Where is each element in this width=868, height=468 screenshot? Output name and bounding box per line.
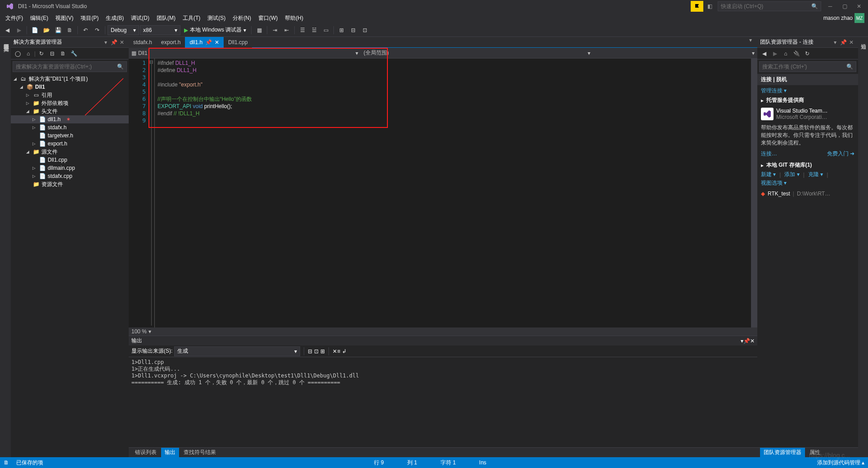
code-editor[interactable]: 123456789 ⊟ #ifndef DLL1_H#define DLL1_H… [129, 59, 757, 327]
tree-file[interactable]: ▷📄stdafx.cpp [11, 172, 129, 180]
tool-icon[interactable]: ⊟ [348, 25, 359, 36]
menu-item[interactable]: 文件(F) [2, 13, 27, 23]
quick-launch-input[interactable] [721, 3, 811, 9]
tab-output[interactable]: 输出 [161, 448, 179, 457]
editor-scrollbar[interactable] [751, 59, 757, 327]
plug-icon[interactable]: 🔌 [792, 49, 801, 59]
tool-icon[interactable]: ⊡ [314, 348, 319, 354]
save-all-icon[interactable]: 🗎 [64, 25, 75, 36]
te-connect-section[interactable]: 连接 | 脱机 [757, 74, 858, 85]
collapse-icon[interactable]: ⊟ [47, 49, 57, 59]
document-tab[interactable]: dll1.h📌✕ [185, 37, 224, 48]
tab-dropdown-icon[interactable]: ▾ [749, 37, 757, 47]
tool-icon[interactable]: ☱ [309, 25, 319, 36]
menu-item[interactable]: 团队(M) [153, 13, 179, 23]
manage-connections-link[interactable]: 管理连接 ▾ [761, 87, 787, 95]
close-tab-icon[interactable]: ✕ [215, 39, 219, 45]
scope-combo-right[interactable]: (全局范围)▾ [361, 49, 593, 57]
tool-icon[interactable]: ⊡ [360, 25, 370, 36]
menu-item[interactable]: 测试(S) [204, 13, 229, 23]
tree-project[interactable]: ◢📦Dll1 [11, 83, 129, 91]
tab-find-symbol[interactable]: 查找符号结果 [180, 448, 220, 457]
document-tab[interactable]: stdafx.h [129, 37, 157, 48]
open-icon[interactable]: 📂 [41, 25, 52, 36]
left-side-strip[interactable]: 服务器资源管理器工具箱 [0, 37, 11, 457]
show-all-icon[interactable]: 🗎 [58, 49, 68, 59]
tree-headers[interactable]: ◢📁头文件 [11, 107, 129, 115]
user-name[interactable]: mason zhao [823, 15, 853, 21]
tree-file[interactable]: ▷📄export.h [11, 140, 129, 148]
status-scm[interactable]: 添加到源代码管理 ▴ [817, 459, 864, 467]
nav-back-icon[interactable]: ◀ [2, 25, 13, 36]
wrap-icon[interactable]: ↲ [342, 348, 346, 354]
document-tab[interactable]: Dll1.cpp [224, 37, 252, 48]
home-icon[interactable]: ⌂ [23, 49, 33, 59]
tree-resources[interactable]: 📁资源文件 [11, 180, 129, 188]
redo-icon[interactable]: ↷ [92, 25, 103, 36]
clear-icon[interactable]: ✕≡ [333, 348, 340, 354]
team-search-input[interactable] [762, 64, 846, 70]
feedback-icon[interactable]: ◧ [703, 1, 716, 12]
tree-file[interactable]: ▷📄dllmain.cpp [11, 164, 129, 172]
repo-name[interactable]: RTK_test [768, 191, 790, 197]
free-start-link[interactable]: 免费入门 ➜ [827, 150, 855, 158]
properties-icon[interactable]: 🔧 [69, 49, 79, 59]
close-button[interactable]: ✕ [852, 1, 866, 12]
tool-icon[interactable]: ▭ [320, 25, 331, 36]
panel-dropdown-icon[interactable]: ▾ [102, 38, 110, 46]
zoom-level[interactable]: 100 % [131, 328, 147, 335]
connect-link[interactable]: 连接… [761, 150, 777, 158]
maximize-button[interactable]: ▢ [837, 1, 852, 12]
menu-item[interactable]: 视图(V) [52, 13, 77, 23]
output-text[interactable]: 1>Dll1.cpp 1>正在生成代码... 1>Dll1.vcxproj ->… [129, 357, 757, 447]
menu-item[interactable]: 生成(B) [102, 13, 127, 23]
tool-icon[interactable]: ⇤ [281, 25, 292, 36]
save-icon[interactable]: 💾 [53, 25, 63, 36]
menu-item[interactable]: 工具(T) [179, 13, 204, 23]
tool-icon[interactable]: ▦ [254, 25, 265, 36]
tree-sources[interactable]: ◢📁源文件 [11, 148, 129, 156]
menu-item[interactable]: 窗口(W) [255, 13, 281, 23]
tree-solution-root[interactable]: ◢🗂解决方案"Dll1"(1 个项目) [11, 75, 129, 83]
solution-search[interactable]: 🔍 [13, 61, 127, 72]
solution-tree[interactable]: ◢🗂解决方案"Dll1"(1 个项目) ◢📦Dll1 ▷▭引用 ▷📁外部依赖项 … [11, 74, 129, 457]
scope-combo-left[interactable]: ▦ Dll1▾ [129, 50, 361, 56]
tab-team-explorer[interactable]: 团队资源管理器 [760, 448, 805, 457]
tool-icon[interactable]: ⊟ [308, 348, 312, 354]
new-project-icon[interactable]: 📄 [29, 25, 40, 36]
tab-properties[interactable]: 属性 [806, 448, 824, 457]
tool-icon[interactable]: ⇥ [270, 25, 280, 36]
pin-icon[interactable]: 📌 [110, 38, 118, 46]
tree-file[interactable]: 📄Dll1.cpp [11, 156, 129, 164]
pin-icon[interactable]: 📌 [205, 39, 212, 45]
hosted-provider-header[interactable]: 托管服务提供商 [766, 96, 804, 104]
document-tab[interactable]: export.h [157, 37, 185, 48]
menu-item[interactable]: 帮助(H) [281, 13, 307, 23]
start-debug-button[interactable]: ▶本地 Windows 调试器▾ [181, 25, 249, 36]
forward-icon[interactable]: ▶ [770, 49, 780, 59]
tool-icon[interactable]: ⊞ [336, 25, 347, 36]
refresh-icon[interactable]: ↻ [802, 49, 812, 59]
quick-launch[interactable]: 🔍 [718, 1, 821, 11]
tool-icon[interactable]: ⊞ [320, 348, 325, 354]
git-clone-link[interactable]: 克隆 ▾ [808, 171, 823, 178]
menu-item[interactable]: 项目(P) [77, 13, 102, 23]
config-combo[interactable]: Debug▾ [108, 25, 139, 35]
back-icon[interactable]: ◯ [13, 49, 22, 59]
home-icon[interactable]: ⌂ [781, 49, 791, 59]
folding-margin[interactable]: ⊟ [148, 59, 155, 327]
tool-icon[interactable]: ☰ [297, 25, 308, 36]
minimize-button[interactable]: ─ [823, 1, 837, 12]
back-icon[interactable]: ◀ [759, 49, 769, 59]
git-add-link[interactable]: 添加 ▾ [784, 171, 799, 178]
undo-icon[interactable]: ↶ [80, 25, 91, 36]
close-panel-icon[interactable]: ✕ [118, 38, 126, 46]
output-source-combo[interactable]: 生成▾ [174, 346, 300, 356]
sync-icon[interactable]: ↻ [36, 49, 46, 59]
right-side-strip[interactable]: 通知 [858, 37, 868, 457]
git-repos-header[interactable]: 本地 GIT 存储库(1) [766, 161, 812, 169]
panel-dropdown-icon[interactable]: ▾ [831, 38, 839, 46]
scope-combo-members[interactable]: ▾ [593, 50, 757, 56]
close-panel-icon[interactable]: ✕ [847, 38, 855, 46]
pin-icon[interactable]: 📌 [839, 38, 847, 46]
